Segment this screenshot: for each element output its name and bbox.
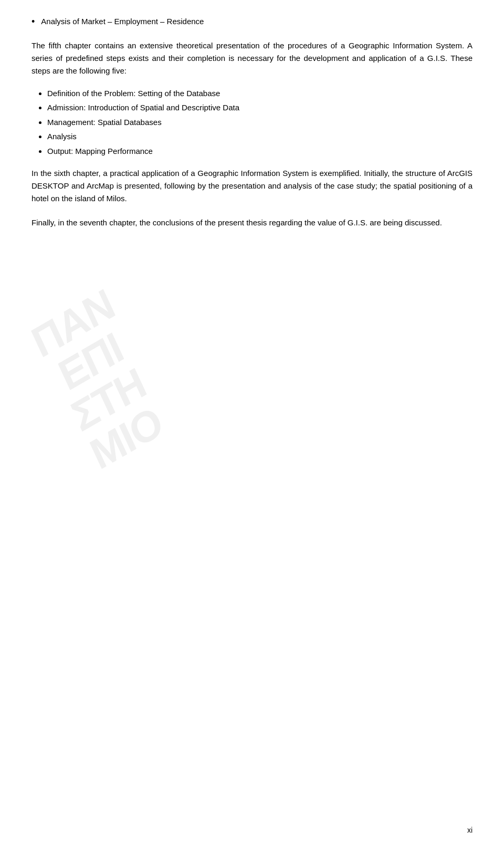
bullet-icon: • — [32, 16, 35, 27]
content: • Analysis of Market – Employment – Resi… — [32, 16, 472, 229]
list-item: Management: Spatial Databases — [47, 116, 472, 129]
watermark-text: ΠΑΝΕΠΙΣΤΗΜΙΟ — [26, 283, 174, 480]
bullet-heading: • Analysis of Market – Employment – Resi… — [32, 16, 472, 28]
paragraph-2: In the sixth chapter, a practical applic… — [32, 167, 472, 205]
steps-list: Definition of the Problem: Setting of th… — [47, 87, 472, 158]
paragraph-1: The fifth chapter contains an extensive … — [32, 39, 472, 77]
list-item: Definition of the Problem: Setting of th… — [47, 87, 472, 100]
list-item: Analysis — [47, 130, 472, 143]
watermark: ΠΑΝΕΠΙΣΤΗΜΙΟ — [0, 168, 271, 594]
heading-text: Analysis of Market – Employment – Reside… — [41, 16, 204, 28]
page-number: xi — [467, 826, 472, 834]
list-item: Admission: Introduction of Spatial and D… — [47, 101, 472, 115]
list-item: Output: Mapping Performance — [47, 144, 472, 158]
paragraph-3: Finally, in the seventh chapter, the con… — [32, 216, 472, 229]
page-container: ΠΑΝΕΠΙΣΤΗΜΙΟ • Analysis of Market – Empl… — [0, 0, 504, 850]
